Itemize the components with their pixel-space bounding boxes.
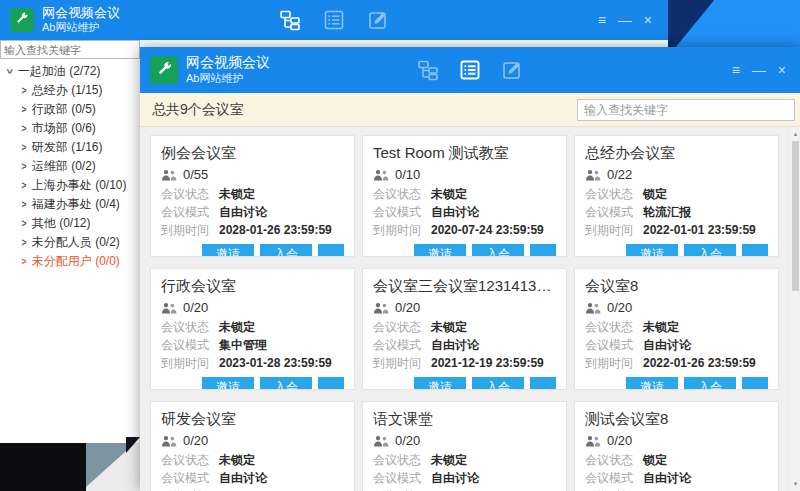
tree-item[interactable]: >一起加油 (2/72) — [0, 62, 140, 81]
more-button[interactable]: ... — [742, 244, 768, 257]
tree-item-label: 市场部 (0/6) — [32, 120, 96, 137]
tree-item[interactable]: >未分配用户 (0/0) — [0, 252, 140, 271]
more-button[interactable]: ... — [318, 377, 344, 390]
scrollbar-thumb[interactable] — [792, 141, 799, 291]
mode-value: 自由讨论 — [431, 336, 479, 354]
room-name: 行政会议室 — [161, 277, 344, 296]
desktop-wallpaper-top-right — [668, 0, 800, 47]
participant-count: 0/20 — [183, 300, 208, 315]
tree-item-label: 其他 (0/12) — [32, 215, 91, 232]
status-value: 锁定 — [643, 185, 667, 203]
compose-icon[interactable] — [501, 59, 523, 81]
more-button[interactable]: ... — [530, 377, 556, 390]
expire-value: 2022-01-26 23:59:59 — [219, 487, 332, 491]
scroll-up-icon[interactable]: ▲ — [791, 129, 800, 139]
status-label: 会议状态 — [585, 185, 643, 203]
meeting-room-card: 研发会议室0/20会议状态未锁定会议模式自由讨论到期时间2022-01-26 2… — [150, 401, 355, 491]
tree-item-label: 运维部 (0/2) — [32, 158, 96, 175]
status-value: 锁定 — [643, 451, 667, 469]
mode-label: 会议模式 — [585, 469, 643, 487]
tree-item[interactable]: >福建办事处 (0/4) — [0, 195, 140, 214]
mode-label: 会议模式 — [373, 203, 431, 221]
expire-label: 到期时间 — [585, 354, 643, 372]
front-toolbar — [140, 59, 800, 81]
back-titlebar: 网会视频会议 Ab网站维护 ≡ — × — [0, 0, 668, 40]
mode-label: 会议模式 — [161, 203, 219, 221]
tree-item[interactable]: >上海办事处 (0/10) — [0, 176, 140, 195]
participant-count: 0/20 — [395, 433, 420, 448]
join-button[interactable]: 入会 — [260, 377, 312, 390]
room-search-input[interactable] — [577, 99, 795, 121]
more-button[interactable]: ... — [318, 244, 344, 257]
room-list-icon[interactable] — [323, 9, 345, 31]
desktop-wallpaper-bottom-left — [0, 443, 140, 491]
room-list-icon[interactable] — [459, 59, 481, 81]
join-button[interactable]: 入会 — [684, 377, 736, 390]
tree-item[interactable]: >市场部 (0/6) — [0, 119, 140, 138]
status-label: 会议状态 — [373, 185, 431, 203]
more-button[interactable]: ... — [530, 244, 556, 257]
tree-item[interactable]: >未分配人员 (0/2) — [0, 233, 140, 252]
close-icon[interactable]: × — [644, 13, 652, 27]
close-icon[interactable]: × — [778, 63, 786, 77]
status-value: 未锁定 — [219, 318, 255, 336]
org-chart-icon[interactable] — [279, 9, 301, 31]
chevron-icon: > — [4, 69, 15, 74]
join-button[interactable]: 入会 — [260, 244, 312, 257]
vertical-scrollbar[interactable]: ▲ ▼ — [791, 127, 800, 491]
scroll-down-icon[interactable]: ▼ — [791, 479, 800, 489]
status-value: 未锁定 — [431, 318, 467, 336]
mode-value: 自由讨论 — [219, 203, 267, 221]
participants-icon — [585, 169, 601, 181]
tree-item[interactable]: >行政部 (0/5) — [0, 100, 140, 119]
mode-value: 自由讨论 — [643, 336, 691, 354]
minimize-icon[interactable]: — — [752, 63, 766, 77]
status-value: 未锁定 — [431, 185, 467, 203]
mode-value: 自由讨论 — [643, 469, 691, 487]
chevron-icon: > — [21, 142, 26, 153]
join-button[interactable]: 入会 — [472, 244, 524, 257]
expire-value: 2021-12-19 23:59:59 — [431, 354, 544, 372]
status-label: 会议状态 — [161, 318, 219, 336]
mode-label: 会议模式 — [585, 203, 643, 221]
tree-item[interactable]: >运维部 (0/2) — [0, 157, 140, 176]
menu-icon[interactable]: ≡ — [732, 63, 740, 77]
participant-count: 0/20 — [607, 433, 632, 448]
invite-button[interactable]: 邀请 — [414, 377, 466, 390]
org-chart-icon[interactable] — [417, 59, 439, 81]
tree-item-label: 福建办事处 (0/4) — [32, 196, 120, 213]
join-button[interactable]: 入会 — [684, 244, 736, 257]
status-value: 未锁定 — [643, 318, 679, 336]
status-bar: 总共9个会议室 — [140, 93, 800, 127]
tree-item[interactable]: >其他 (0/12) — [0, 214, 140, 233]
chevron-icon: > — [21, 123, 26, 134]
participant-count: 0/10 — [395, 167, 420, 182]
minimize-icon[interactable]: — — [618, 13, 632, 27]
mode-value: 自由讨论 — [431, 469, 479, 487]
tree-search-input[interactable] — [0, 40, 140, 59]
status-label: 会议状态 — [373, 318, 431, 336]
participants-icon — [585, 435, 601, 447]
compose-icon[interactable] — [367, 9, 389, 31]
tree-item[interactable]: >总经办 (1/15) — [0, 81, 140, 100]
invite-button[interactable]: 邀请 — [626, 377, 678, 390]
room-name: 语文课堂 — [373, 410, 556, 429]
participants-icon — [161, 435, 177, 447]
tree-item-label: 总经办 (1/15) — [32, 82, 103, 99]
menu-icon[interactable]: ≡ — [598, 13, 606, 27]
invite-button[interactable]: 邀请 — [414, 244, 466, 257]
invite-button[interactable]: 邀请 — [202, 244, 254, 257]
invite-button[interactable]: 邀请 — [626, 244, 678, 257]
expire-value: 2021-06-30 23:59:59 — [643, 487, 756, 491]
more-button[interactable]: ... — [742, 377, 768, 390]
participants-icon — [373, 435, 389, 447]
invite-button[interactable]: 邀请 — [202, 377, 254, 390]
participant-count: 0/55 — [183, 167, 208, 182]
meeting-room-card: 语文课堂0/20会议状态未锁定会议模式自由讨论到期时间2022-01-26 23… — [362, 401, 567, 491]
wallpaper-black-block — [0, 443, 86, 491]
expire-label: 到期时间 — [373, 354, 431, 372]
expire-value: 2020-07-24 23:59:59 — [431, 221, 544, 239]
join-button[interactable]: 入会 — [472, 377, 524, 390]
chevron-icon: > — [21, 85, 26, 96]
tree-item[interactable]: >研发部 (1/16) — [0, 138, 140, 157]
